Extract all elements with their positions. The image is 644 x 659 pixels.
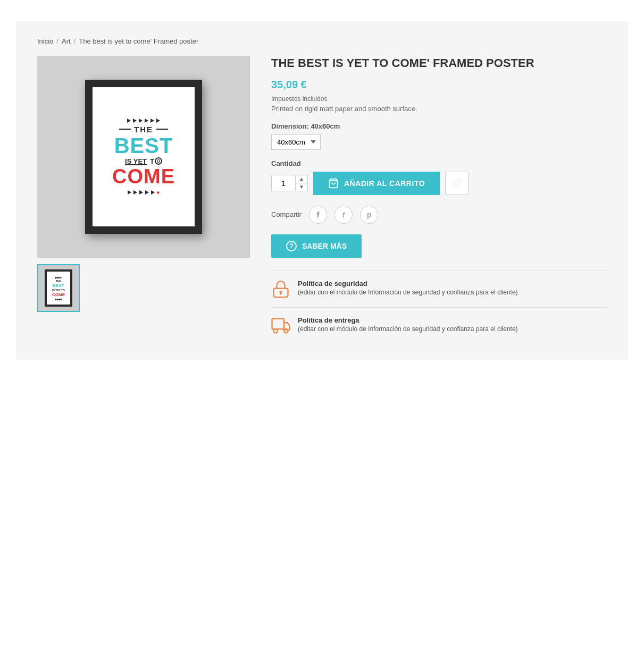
thumbnail-1[interactable]: ▶▶▶ THE BEST IS YET TO COME ▶▶▶♥: [37, 264, 80, 312]
arrow-4: [145, 119, 148, 123]
thumbnail-row: ▶▶▶ THE BEST IS YET TO COME ▶▶▶♥: [37, 264, 250, 312]
bottom-arrow-4: [145, 190, 149, 195]
twitter-share-button[interactable]: t: [334, 206, 353, 224]
arrow-3: [139, 119, 143, 123]
tax-info: Impuestos incluidos: [271, 95, 607, 103]
arrow-1: [127, 119, 131, 123]
svg-point-5: [274, 329, 278, 333]
dimension-label: Dimension: 40x60cm: [271, 122, 607, 130]
trust-delivery-detail: (editar con el módulo de Información de …: [298, 325, 607, 333]
truck-icon: [271, 316, 290, 335]
bottom-arrow-2: [133, 190, 137, 195]
add-to-cart-button[interactable]: AÑADIR AL CARRITO: [313, 172, 440, 195]
saber-mas-label: SABER MÁS: [302, 242, 347, 250]
facebook-share-button[interactable]: f: [309, 206, 327, 224]
poster-best-text: BEST: [114, 135, 173, 156]
thumb-the: THE: [56, 280, 61, 283]
quantity-stepper: 1 ▲ ▼: [271, 175, 308, 191]
question-circle-icon: ?: [286, 241, 297, 251]
trust-delivery-text: Política de entrega (editar con el módul…: [298, 316, 607, 333]
poster-the-row: THE: [119, 125, 168, 134]
thumbnail-inner: ▶▶▶ THE BEST IS YET TO COME ▶▶▶♥: [47, 272, 70, 305]
share-label: Compartir: [271, 210, 302, 218]
add-to-cart-label: AÑADIR AL CARRITO: [344, 179, 425, 188]
poster-is-text: IS YET: [125, 157, 147, 165]
product-description: Printed on rigid matt paper and smooth s…: [271, 105, 607, 113]
breadcrumb: Inicio / Art / The best is yet to come' …: [37, 37, 607, 45]
bottom-arrow-1: [128, 190, 131, 195]
poster-is-yet-row: IS YET T O: [125, 157, 162, 165]
divider-1: [271, 271, 607, 271]
bottom-arrow-5: [151, 190, 155, 195]
breadcrumb-sep-2: /: [74, 37, 76, 45]
thumb-come: COME: [52, 292, 65, 297]
arrow-5: [150, 119, 154, 123]
heart-icon: ♡: [453, 178, 461, 189]
main-image: THE BEST IS YET T O: [37, 56, 250, 258]
thumb-best: BEST: [53, 283, 64, 288]
cantidad-label: Cantidad: [271, 159, 607, 167]
thumb-bottom: ▶▶▶♥: [55, 298, 63, 301]
poster-frame: THE BEST IS YET T O: [85, 80, 202, 234]
breadcrumb-current: The best is yet to come' Framed poster: [79, 37, 198, 45]
poster-top-arrows: [127, 119, 160, 123]
arrow-2: [133, 119, 137, 123]
quantity-up-button[interactable]: ▲: [296, 175, 307, 183]
product-title: THE BEST IS YET TO COME' FRAMED POSTER: [271, 56, 607, 71]
thumb-text-top: ▶▶▶: [55, 276, 62, 279]
trust-security-detail: (editar con el módulo de Información de …: [298, 289, 607, 296]
pinterest-share-button[interactable]: p: [360, 206, 378, 224]
circle-o: O: [155, 157, 162, 165]
product-info: THE BEST IS YET TO COME' FRAMED POSTER 3…: [271, 56, 607, 344]
poster-to-text: T O: [150, 157, 162, 165]
product-images: THE BEST IS YET T O: [37, 56, 250, 312]
quantity-arrows: ▲ ▼: [296, 175, 307, 191]
share-row: Compartir f t p: [271, 206, 607, 224]
wishlist-button[interactable]: ♡: [445, 172, 469, 195]
add-to-cart-row: 1 ▲ ▼ AÑADIR AL CARRITO: [271, 172, 607, 195]
poster-come-text: COME: [112, 166, 175, 187]
saber-mas-button[interactable]: ? SABER MÁS: [271, 234, 362, 258]
svg-point-2: [280, 291, 282, 293]
poster-heart: ♥: [157, 190, 160, 196]
svg-rect-4: [272, 318, 285, 329]
line-right: [156, 129, 168, 130]
quantity-down-button[interactable]: ▼: [296, 183, 307, 191]
breadcrumb-inicio[interactable]: Inicio: [37, 37, 53, 45]
poster-the-text: THE: [134, 125, 153, 134]
quantity-input[interactable]: 1: [272, 175, 296, 191]
product-price: 35,09 €: [271, 79, 607, 91]
arrow-6: [156, 119, 160, 123]
breadcrumb-art[interactable]: Art: [62, 37, 71, 45]
lock-icon: [271, 280, 290, 299]
dimension-select[interactable]: 40x60cm: [271, 134, 321, 150]
trust-security-title: Política de seguridad: [298, 280, 607, 288]
twitter-icon: t: [342, 210, 345, 219]
breadcrumb-sep-1: /: [56, 37, 58, 45]
pinterest-icon: p: [367, 210, 371, 219]
trust-security-text: Política de seguridad (editar con el mód…: [298, 280, 607, 296]
svg-point-6: [284, 329, 288, 333]
line-left: [119, 129, 131, 130]
thumb-is-yet: IS YET TO: [52, 289, 65, 292]
thumbnail-frame: ▶▶▶ THE BEST IS YET TO COME ▶▶▶♥: [45, 269, 72, 307]
bottom-arrow-3: [139, 190, 143, 195]
poster-inner: THE BEST IS YET T O: [93, 87, 195, 226]
trust-delivery: Política de entrega (editar con el módul…: [271, 316, 607, 335]
poster-bottom-row: ♥: [128, 190, 160, 196]
facebook-icon: f: [317, 210, 320, 219]
divider-2: [271, 307, 607, 308]
trust-delivery-title: Política de entrega: [298, 316, 607, 324]
trust-security: Política de seguridad (editar con el mód…: [271, 280, 607, 299]
cart-icon: [328, 178, 339, 189]
